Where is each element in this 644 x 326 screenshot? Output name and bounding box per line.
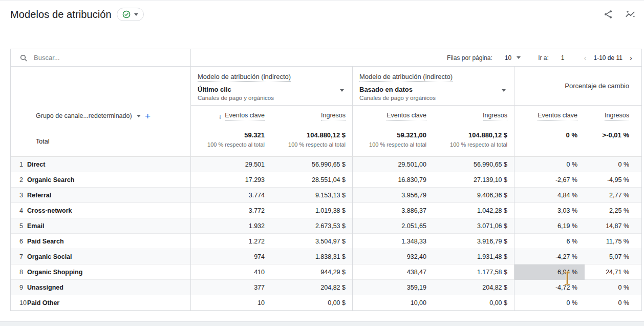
cell: 0,00 $	[433, 295, 514, 311]
table-row[interactable]: 9Unassigned 377 204,82 $ 359,19 204,82 $…	[11, 280, 641, 295]
cell: 27.139,10 $	[433, 172, 514, 188]
sort-desc-icon[interactable]: ↓	[219, 112, 222, 120]
dimension-selector[interactable]: Modelo de atribución (indirecto)	[359, 73, 453, 82]
add-column-button[interactable]: +	[145, 111, 151, 121]
cell: 2,77 %	[585, 188, 641, 203]
search-icon	[19, 54, 28, 62]
page-header: Modelos de atribución	[10, 8, 636, 21]
cell: 0 %	[514, 295, 585, 311]
cell: 3.956,79	[352, 188, 433, 203]
total-cell: >-0,01 %	[585, 126, 641, 156]
rows-per-page-caret-icon[interactable]	[517, 56, 521, 59]
table-row[interactable]: 3Referral 3.774 9.153,13 $ 3.956,79 9.40…	[11, 188, 641, 203]
insights-icon[interactable]	[625, 9, 636, 20]
next-page-icon[interactable]: ›	[628, 53, 634, 62]
cell: -2,67 %	[514, 172, 585, 188]
model-dropdown-icon[interactable]	[340, 89, 344, 92]
totals-row: Total 59.321100 % respecto al total 104.…	[11, 126, 641, 157]
cell: 10	[190, 295, 271, 311]
col-header-key-events-2: Eventos clave	[352, 106, 433, 126]
table-row[interactable]: 5Email 1.932 2.673,53 $ 2.051,65 3.071,0…	[11, 218, 641, 234]
table-row[interactable]: 7Organic Social 974 1.838,31 $ 932,40 1.…	[11, 249, 641, 264]
cell: 2.051,65	[352, 218, 433, 234]
cell: 0 %	[585, 157, 641, 172]
cell: 204,82 $	[433, 280, 514, 295]
row-index: 3	[11, 188, 27, 203]
prev-page-icon[interactable]: ‹	[582, 53, 589, 62]
dimension-header-label[interactable]: Grupo de canale...redeterminado)	[36, 112, 132, 119]
cell: 438,47	[352, 264, 433, 280]
cell: 1.348,33	[352, 234, 433, 249]
row-index: 4	[11, 203, 27, 218]
cell: -4,27 %	[514, 249, 585, 264]
row-index: 1	[11, 157, 27, 172]
cell: 28.551,04 $	[271, 172, 352, 188]
cell: 3.071,06 $	[433, 218, 514, 234]
cell: 1.042,28 $	[433, 203, 514, 218]
channel-name: Organic Search	[27, 172, 74, 188]
total-cell: 104.880,12 $100 % respecto al total	[433, 126, 514, 156]
cell: 359,19	[352, 280, 433, 295]
cell: 16.830,79	[352, 172, 433, 188]
cell: 5,07 %	[585, 249, 641, 264]
totals-label: Total	[11, 126, 190, 156]
cell: 2.673,53 $	[271, 218, 352, 234]
channel-name: Email	[27, 218, 44, 234]
cell: 9.406,36 $	[433, 188, 514, 203]
row-index: 10	[11, 295, 27, 311]
search-input[interactable]	[34, 54, 152, 62]
dimension-selector[interactable]: Modelo de atribución (indirecto)	[198, 73, 291, 82]
table-row[interactable]: 8Organic Shopping 410 944,29 $ 438,47 1.…	[11, 264, 641, 280]
table-row[interactable]: 10Paid Other 10 0,00 $ 10,00 0,00 $ 0 % …	[11, 295, 641, 311]
cell: 17.293	[190, 172, 271, 188]
rows-per-page-value[interactable]: 10	[505, 54, 511, 62]
model-group-data-driven: Modelo de atribución (indirecto) Basado …	[352, 67, 514, 106]
table-row[interactable]: 6Paid Search 1.272 3.504,97 $ 1.348,33 3…	[11, 234, 641, 249]
cell: 3.772	[190, 203, 271, 218]
share-icon[interactable]	[603, 9, 613, 19]
col-header-revenue-2: Ingresos	[433, 106, 514, 126]
selected-cell[interactable]: 6,94 %	[514, 264, 585, 280]
model-name: Basado en datos	[359, 86, 507, 93]
cell: 377	[190, 280, 271, 295]
cell: -4,72 %	[514, 280, 585, 295]
check-circle-icon	[122, 10, 131, 18]
channel-name: Organic Social	[27, 249, 72, 264]
dimension-header-cell: Grupo de canale...redeterminado) +	[11, 106, 190, 126]
cell: 1.932	[190, 218, 271, 234]
cell: 974	[190, 249, 271, 264]
model-dropdown-icon[interactable]	[502, 89, 506, 92]
total-cell: 104.880,12 $100 % respecto al total	[271, 126, 352, 156]
dimension-caret-icon[interactable]	[137, 115, 141, 117]
table-row[interactable]: 4Cross-network 3.772 1.019,38 $ 3.886,37…	[11, 203, 641, 218]
bottom-panel-edge	[0, 321, 644, 326]
goto-value[interactable]: 1	[561, 54, 565, 62]
channel-name: Direct	[27, 157, 45, 172]
status-badge[interactable]	[117, 8, 144, 21]
percent-change-header: Porcentaje de cambio	[514, 67, 641, 106]
cell: 0 %	[514, 157, 585, 172]
search-cell	[11, 49, 190, 66]
pagination: Filas por página: 10 Ir a: 1 ‹ 1-10 de 1…	[190, 49, 641, 66]
cell: 1.931,48 $	[433, 249, 514, 264]
header-actions	[603, 9, 636, 20]
cell: 29.501,00	[352, 157, 433, 172]
table-row[interactable]: 2Organic Search 17.293 28.551,04 $ 16.83…	[11, 172, 641, 188]
row-index: 7	[11, 249, 27, 264]
cell: 932,40	[352, 249, 433, 264]
cell: 1.272	[190, 234, 271, 249]
channel-name: Cross-network	[27, 203, 72, 218]
cell: 0 %	[585, 295, 641, 311]
goto-label: Ir a:	[538, 54, 549, 62]
cell: 3.774	[190, 188, 271, 203]
cell: 2,25 %	[585, 203, 641, 218]
total-cell: 59.321100 % respecto al total	[190, 126, 271, 156]
cell: 4,84 %	[514, 188, 585, 203]
channel-name: Unassigned	[27, 280, 63, 295]
table-row[interactable]: 1Direct 29.501 56.990,65 $ 29.501,00 56.…	[11, 157, 641, 172]
col-header-key-events-1: ↓ Eventos clave	[190, 106, 271, 126]
model-group-last-click: Modelo de atribución (indirecto) Último …	[190, 67, 352, 106]
cell: 3,03 %	[514, 203, 585, 218]
cell: 0,00 $	[271, 295, 352, 311]
row-index: 8	[11, 264, 27, 280]
